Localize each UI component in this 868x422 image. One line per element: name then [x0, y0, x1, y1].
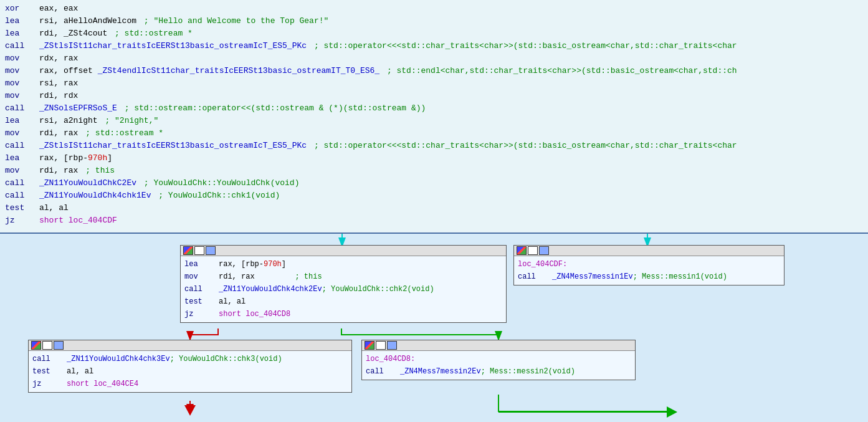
- asm-line: lea rsi, a2night ; "2night,": [5, 115, 863, 127]
- block-content-1: learax, [rbp-970h] movrdi, rax ; this ca…: [181, 256, 506, 322]
- flow-graph-area: learax, [rbp-970h] movrdi, rax ; this ca…: [0, 234, 868, 422]
- top-disassembly: xor eax, eax lea rsi, aHelloAndWelcom ; …: [0, 0, 868, 234]
- asm-line: call _ZN11YouWouldChk4chk1Ev ; YouWouldC…: [5, 189, 863, 202]
- asm-line: test al, al: [5, 202, 863, 214]
- asm-line: jz short loc_404CDF: [5, 214, 863, 227]
- asm-line: lea rax, [rbp-970h]: [5, 152, 863, 165]
- block-header-4: [362, 340, 635, 351]
- block-header-1: [181, 246, 506, 256]
- block-node-1[interactable]: learax, [rbp-970h] movrdi, rax ; this ca…: [180, 245, 507, 323]
- block-content-4: loc_404CD8: call_ZN4Mess7messin2Ev ; Mes…: [362, 351, 635, 380]
- asm-line: mov rdi, rdx: [5, 90, 863, 102]
- asm-line: call _ZN11YouWouldChkC2Ev ; YouWouldChk:…: [5, 177, 863, 189]
- graph-icon: [31, 341, 41, 350]
- hex-icon: [206, 246, 216, 255]
- graph-icon: [517, 246, 527, 255]
- asm-line: mov rdi, rax ; std::ostream *: [5, 127, 863, 140]
- list-icon: [376, 341, 386, 350]
- asm-line: call _ZStlsISt11char_traitsIcEERSt13basi…: [5, 40, 863, 52]
- block-header-3: [29, 340, 351, 351]
- asm-line: lea rsi, aHelloAndWelcom ; "Hello and We…: [5, 15, 863, 27]
- asm-line: call _ZNSolsEPFRSoS_E ; std::ostream::op…: [5, 102, 863, 115]
- asm-line: lea rdi, _ZSt4cout ; std::ostream *: [5, 27, 863, 40]
- list-icon: [528, 246, 538, 255]
- asm-line: call _ZStlsISt11char_traitsIcEERSt13basi…: [5, 140, 863, 152]
- asm-line: mov rdi, rax ; this: [5, 165, 863, 177]
- svg-marker-6: [667, 406, 677, 418]
- hex-icon: [54, 341, 64, 350]
- svg-marker-5: [184, 405, 196, 416]
- asm-line: mov rdx, rax: [5, 52, 863, 65]
- block-node-3[interactable]: call_ZN11YouWouldChk4chk3Ev ; YouWouldCh…: [28, 340, 352, 393]
- hex-icon: [387, 341, 397, 350]
- block-header-2: [514, 246, 784, 256]
- graph-icon: [183, 246, 193, 255]
- list-icon: [194, 246, 204, 255]
- asm-line: mov rsi, rax: [5, 77, 863, 90]
- list-icon: [42, 341, 52, 350]
- graph-icon: [365, 341, 374, 350]
- asm-line: mov rax, offset _ZSt4endlIcSt11char_trai…: [5, 65, 863, 77]
- asm-line: xor eax, eax: [5, 2, 863, 15]
- block-node-4[interactable]: loc_404CD8: call_ZN4Mess7messin2Ev ; Mes…: [361, 340, 636, 380]
- block-node-2[interactable]: loc_404CDF: call_ZN4Mess7messin1Ev ; Mes…: [513, 245, 785, 285]
- block-content-3: call_ZN11YouWouldChk4chk3Ev ; YouWouldCh…: [29, 351, 351, 392]
- hex-icon: [539, 246, 549, 255]
- block-content-2: loc_404CDF: call_ZN4Mess7messin1Ev ; Mes…: [514, 256, 784, 285]
